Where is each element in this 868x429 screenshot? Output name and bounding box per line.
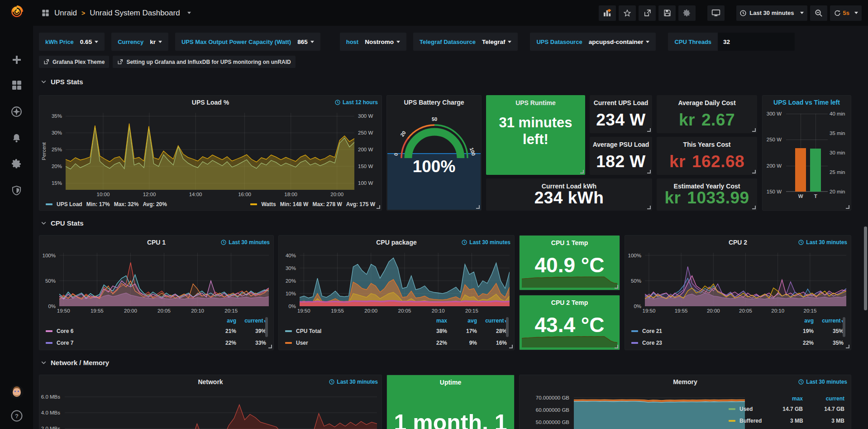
variable-currency[interactable]: Currency kr [111, 33, 168, 51]
refresh-picker[interactable]: 5s [830, 5, 862, 21]
stat-value: 234 W [590, 111, 652, 130]
stat-title[interactable]: Current UPS Load [590, 99, 652, 106]
variable-host[interactable]: host Nostromo [340, 33, 406, 51]
memory-chart[interactable] [574, 392, 745, 429]
sidebar-create-button[interactable] [0, 51, 33, 69]
legend-series-name[interactable]: Buffered [729, 418, 762, 424]
ups-load-chart[interactable] [66, 113, 354, 190]
zoom-out-button[interactable] [810, 5, 827, 21]
panel-timerange[interactable]: Last 30 minutes [221, 239, 270, 246]
stat-title[interactable]: This Years Cost [657, 141, 757, 148]
legend-series-name[interactable]: Core 7 [46, 340, 206, 346]
dashboards-grid-icon [11, 80, 22, 91]
add-panel-button[interactable] [599, 5, 616, 21]
stat-title[interactable]: Uptime [387, 379, 514, 386]
user-avatar[interactable] [0, 383, 33, 401]
chevron-down-icon [41, 220, 47, 226]
section-cpu-stats[interactable]: CPU Stats [41, 219, 84, 227]
breadcrumb-folder[interactable]: Unraid [54, 9, 77, 18]
variable-value[interactable]: 0.65 [80, 39, 98, 45]
breadcrumb-dashboard-title[interactable]: Unraid System Dashboard [90, 9, 180, 18]
section-network-memory[interactable]: Network / Memory [41, 359, 109, 366]
panel-title[interactable]: UPS Battery Charge [387, 99, 481, 106]
variable-kwh-price[interactable]: kWh Price 0.65 [39, 33, 105, 51]
legend-column-current[interactable]: current▾ [236, 318, 266, 324]
axis-tick: 40% [286, 253, 296, 258]
stat-title[interactable]: CPU 2 Temp [520, 299, 620, 306]
star-dashboard-button[interactable] [619, 5, 636, 21]
sidebar-dashboards-button[interactable] [0, 76, 33, 94]
axis-tick: 19:55 [331, 308, 344, 313]
link-ups-monitoring-guide[interactable]: Setting up Grafana and InfluxDB for UPS … [113, 56, 295, 68]
panel-title[interactable]: UPS Load vs Time left [763, 99, 851, 106]
legend-item[interactable]: WattsMin: 148 WMax: 278 WAvg: 175 W [250, 201, 375, 207]
legend-column-current[interactable]: current▾ [814, 318, 844, 324]
cpu2-chart[interactable] [645, 253, 846, 306]
legend-series-name[interactable]: UPS Load [57, 201, 82, 207]
share-dashboard-button[interactable] [639, 5, 656, 21]
sidebar-alerting-button[interactable] [0, 129, 33, 147]
cpu-threads-input[interactable]: 32 [718, 33, 795, 51]
stat-title[interactable]: Average PSU Load [590, 141, 652, 148]
legend-series-name[interactable]: Watts [261, 201, 276, 207]
variable-value[interactable]: Nostromo [365, 39, 400, 45]
navbar: Unraid > Unraid System Dashboard [33, 0, 868, 26]
legend-series-name[interactable]: Core 6 [46, 328, 206, 334]
variable-ups-max-output[interactable]: UPS Max Output Power Capacity (Watt) 865 [175, 33, 320, 51]
legend-column-max[interactable]: max [761, 395, 803, 402]
sidebar-explore-button[interactable] [0, 102, 33, 121]
panel-timerange[interactable]: Last 12 hours [335, 99, 378, 106]
sidebar-server-admin-button[interactable] [0, 181, 33, 199]
panel-title[interactable]: UPS Load % [39, 99, 382, 106]
bar-W[interactable] [795, 148, 806, 192]
legend-column-max[interactable]: max [417, 318, 447, 324]
legend-series-name[interactable]: User [285, 340, 417, 346]
save-dashboard-button[interactable] [658, 5, 676, 21]
page-scrollbar[interactable] [863, 0, 868, 429]
section-ups-stats[interactable]: UPS Stats [41, 78, 83, 86]
legend-series-name[interactable]: Used [729, 406, 761, 412]
legend-item[interactable]: UPS LoadMin: 17%Max: 32%Avg: 20% [46, 201, 167, 207]
bar-T[interactable] [810, 149, 821, 192]
link-grafana-plex-theme[interactable]: Grafana Plex Theme [39, 56, 109, 68]
legend-column-avg[interactable]: avg [447, 318, 477, 324]
network-chart[interactable] [65, 392, 377, 429]
legend-column-avg[interactable]: avg [206, 318, 236, 324]
ups-bars-chart [786, 114, 828, 192]
panel-timerange[interactable]: Last 30 minutes [798, 379, 847, 385]
panel-timerange[interactable]: Last 30 minutes [329, 379, 378, 385]
variable-value[interactable]: 865 [297, 39, 314, 45]
stat-title[interactable]: CPU 1 Temp [520, 239, 620, 246]
sidebar-configuration-button[interactable] [0, 155, 33, 173]
chevron-down-icon[interactable] [187, 12, 191, 14]
cpu1-chart[interactable] [59, 253, 269, 306]
variable-label: CPU Threads [668, 33, 718, 51]
variable-telegraf-datasource[interactable]: Telegraf Datasource Telegraf [413, 33, 518, 51]
time-range-picker[interactable]: Last 30 minutes [736, 5, 807, 21]
scrollbar-thumb[interactable] [864, 227, 867, 310]
stat-title[interactable]: Average Daily Cost [657, 99, 757, 106]
variable-value[interactable]: apcupsd-container [589, 39, 650, 45]
legend-column-current[interactable]: current [803, 395, 844, 402]
axis-tick: 20:00 [707, 308, 720, 313]
sidebar-help-button[interactable]: ? [0, 407, 33, 425]
stat-value: kr162.68 [657, 152, 757, 171]
legend-scrollbar[interactable] [265, 317, 268, 337]
cpu-package-chart[interactable] [300, 253, 510, 306]
legend-column-current[interactable]: current▾ [477, 318, 507, 324]
panel-timerange[interactable]: Last 30 minutes [462, 239, 510, 246]
variable-value[interactable]: Telegraf [482, 39, 512, 45]
variable-value[interactable]: kr [150, 39, 162, 45]
legend-scrollbar[interactable] [843, 317, 845, 337]
cycle-view-mode-button[interactable] [707, 5, 725, 21]
legend-series-name[interactable]: Core 21 [631, 328, 784, 334]
legend-series-name[interactable]: Core 23 [631, 340, 784, 346]
variable-ups-datasource[interactable]: UPS Datasource apcupsd-container [530, 33, 656, 51]
legend-series-name[interactable]: CPU Total [285, 328, 417, 334]
dashboard-settings-button[interactable] [678, 5, 696, 21]
stat-title[interactable]: UPS Runtime [486, 99, 585, 106]
grafana-logo[interactable] [0, 3, 33, 21]
panel-timerange[interactable]: Last 30 minutes [798, 239, 847, 246]
legend-scrollbar[interactable] [506, 317, 509, 337]
legend-column-avg[interactable]: avg [784, 318, 814, 324]
